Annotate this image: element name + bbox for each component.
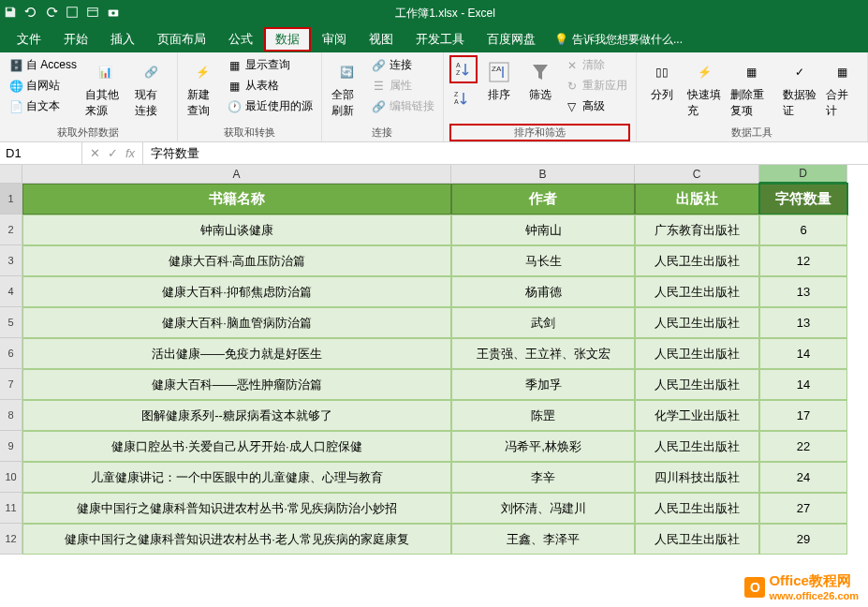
recent-sources-button[interactable]: 🕐最近使用的源 [225, 96, 316, 116]
qat-icon-2[interactable] [86, 6, 99, 22]
col-header-a[interactable]: A [22, 165, 451, 184]
menu-home[interactable]: 开始 [52, 27, 99, 52]
cell[interactable]: 王贵强、王立祥、张文宏 [451, 338, 635, 369]
from-access-button[interactable]: 🗄️自 Access [6, 55, 80, 75]
sort-button[interactable]: ZA 排序 [479, 55, 519, 105]
cancel-formula-icon[interactable]: ✕ [90, 146, 100, 160]
cell[interactable]: 14 [759, 369, 847, 400]
formula-input[interactable]: 字符数量 [143, 145, 868, 162]
refresh-all-button[interactable]: 🔄 全部刷新 [328, 55, 367, 121]
cell[interactable]: 作者 [451, 184, 635, 215]
from-table-button[interactable]: ▦从表格 [225, 76, 316, 96]
consolidate-button[interactable]: ▦ 合并计 [822, 55, 861, 121]
cell[interactable]: 四川科技出版社 [635, 462, 759, 493]
reapply-button[interactable]: ↻重新应用 [562, 76, 630, 96]
from-web-button[interactable]: 🌐自网站 [6, 76, 80, 96]
cell[interactable]: 6 [759, 215, 847, 245]
cell[interactable]: 王鑫、李泽平 [451, 524, 635, 555]
cell[interactable]: 人民卫生出版社 [635, 524, 759, 555]
cell[interactable]: 图解健康系列--糖尿病看这本就够了 [22, 400, 451, 431]
cell[interactable]: 杨甫德 [451, 276, 635, 307]
filter-button[interactable]: 筛选 [521, 55, 560, 105]
cell[interactable]: 冯希平,林焕彩 [451, 431, 635, 462]
new-query-button[interactable]: ⚡ 新建查询 [184, 55, 223, 121]
cell[interactable]: 广东教育出版社 [635, 215, 759, 245]
save-icon[interactable] [4, 6, 17, 22]
cell[interactable]: 12 [759, 245, 847, 276]
cell[interactable]: 化学工业出版社 [635, 400, 759, 431]
clear-filter-button[interactable]: ✕清除 [562, 55, 630, 75]
data-validation-button[interactable]: ✓ 数据验证 [779, 55, 820, 121]
cell-active[interactable]: 字符数量 [759, 184, 847, 215]
text-to-columns-button[interactable]: ▯▯ 分列 [642, 55, 682, 105]
cell[interactable]: 钟南山 [451, 215, 635, 245]
row-header[interactable]: 5 [0, 307, 22, 338]
cell[interactable]: 陈罡 [451, 400, 635, 431]
cell[interactable]: 人民卫生出版社 [635, 369, 759, 400]
accept-formula-icon[interactable]: ✓ [108, 146, 118, 160]
cell[interactable]: 活出健康——免疫力就是好医生 [22, 338, 451, 369]
col-header-c[interactable]: C [635, 165, 759, 184]
col-header-d[interactable]: D [759, 165, 847, 184]
row-header[interactable]: 3 [0, 245, 22, 276]
advanced-filter-button[interactable]: ▽高级 [562, 96, 630, 116]
cell[interactable]: 书籍名称 [22, 184, 451, 215]
sort-descending-button[interactable]: ZA [449, 87, 478, 110]
cell[interactable]: 李辛 [451, 462, 635, 493]
row-header[interactable]: 9 [0, 431, 22, 462]
redo-icon[interactable] [45, 6, 58, 22]
menu-view[interactable]: 视图 [358, 27, 405, 52]
from-text-button[interactable]: 📄自文本 [6, 96, 80, 116]
cell[interactable]: 儿童健康讲记：一个中医眼中的儿童健康、心理与教育 [22, 462, 451, 493]
name-box[interactable]: D1 [0, 142, 82, 164]
menu-data[interactable]: 数据 [264, 27, 311, 52]
qat-icon-1[interactable] [66, 6, 79, 22]
flash-fill-button[interactable]: ⚡ 快速填充 [684, 55, 725, 121]
row-header[interactable]: 4 [0, 276, 22, 307]
cell[interactable]: 健康大百科·高血压防治篇 [22, 245, 451, 276]
cell[interactable]: 马长生 [451, 245, 635, 276]
cell[interactable]: 刘怀清、冯建川 [451, 493, 635, 524]
row-header[interactable]: 1 [0, 184, 22, 215]
col-header-b[interactable]: B [451, 165, 635, 184]
cell[interactable]: 22 [759, 431, 847, 462]
from-other-button[interactable]: 📊 自其他来源 [81, 55, 129, 121]
cell[interactable]: 人民卫生出版社 [635, 431, 759, 462]
connections-button[interactable]: 🔗连接 [369, 55, 437, 75]
properties-button[interactable]: ☰属性 [369, 76, 437, 96]
menu-file[interactable]: 文件 [6, 27, 52, 52]
cell[interactable]: 13 [759, 276, 847, 307]
row-header[interactable]: 7 [0, 369, 22, 400]
cell[interactable]: 29 [759, 524, 847, 555]
fx-icon[interactable]: fx [125, 146, 135, 160]
menu-insert[interactable]: 插入 [99, 27, 146, 52]
cell[interactable]: 健康大百科·抑郁焦虑防治篇 [22, 276, 451, 307]
cell[interactable]: 人民卫生出版社 [635, 245, 759, 276]
menu-dev[interactable]: 开发工具 [405, 27, 476, 52]
edit-links-button[interactable]: 🔗编辑链接 [369, 96, 437, 116]
row-header[interactable]: 11 [0, 493, 22, 524]
row-header[interactable]: 6 [0, 338, 22, 369]
cell[interactable]: 人民卫生出版社 [635, 307, 759, 338]
cell[interactable]: 健康中国行之健康科普知识进农村丛书·常见疾病防治小妙招 [22, 493, 451, 524]
row-header[interactable]: 12 [0, 524, 22, 555]
cell[interactable]: 人民卫生出版社 [635, 338, 759, 369]
cell[interactable]: 健康口腔丛书·关爱自己从牙开始·成人口腔保健 [22, 431, 451, 462]
cell[interactable]: 出版社 [635, 184, 759, 215]
undo-icon[interactable] [24, 6, 37, 22]
cell[interactable]: 17 [759, 400, 847, 431]
cell[interactable]: 健康中国行之健康科普知识进农村丛书·老人常见疾病的家庭康复 [22, 524, 451, 555]
cell[interactable]: 钟南山谈健康 [22, 215, 451, 245]
cell[interactable]: 24 [759, 462, 847, 493]
row-header[interactable]: 2 [0, 215, 22, 245]
remove-duplicates-button[interactable]: ▦ 删除重复项 [727, 55, 776, 121]
cell[interactable]: 武剑 [451, 307, 635, 338]
tell-me[interactable]: 💡 告诉我您想要做什么... [554, 32, 683, 48]
cell[interactable]: 人民卫生出版社 [635, 493, 759, 524]
existing-conn-button[interactable]: 🔗 现有连接 [131, 55, 171, 121]
menu-formula[interactable]: 公式 [217, 27, 264, 52]
menu-layout[interactable]: 页面布局 [146, 27, 217, 52]
menu-review[interactable]: 审阅 [311, 27, 358, 52]
row-header[interactable]: 10 [0, 462, 22, 493]
select-all-corner[interactable] [0, 165, 22, 184]
